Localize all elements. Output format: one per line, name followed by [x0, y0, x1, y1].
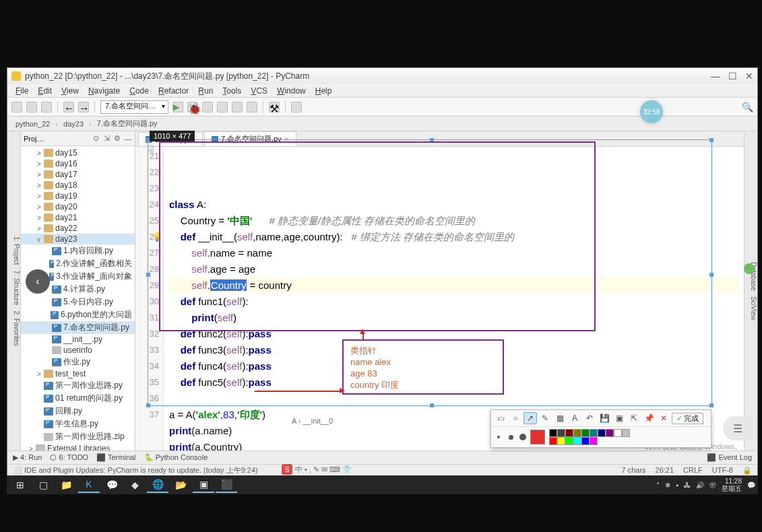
color-swatch[interactable] — [581, 429, 590, 437]
inspection-indicator[interactable] — [744, 263, 755, 274]
minimize-button[interactable]: — — [711, 71, 720, 81]
breadcrumb-item[interactable]: python_22 — [13, 120, 53, 128]
editor-tab[interactable]: 7.命名空间问题.py × — [204, 131, 296, 146]
menu-navigate[interactable]: Navigate — [84, 86, 124, 96]
kugou-icon[interactable]: K — [78, 477, 100, 493]
tree-item[interactable]: vday23 — [21, 234, 135, 244]
coverage-button[interactable] — [202, 102, 213, 112]
intention-bulb-icon[interactable]: 💡 — [152, 229, 162, 245]
brush-large[interactable] — [518, 432, 528, 442]
tray-network-icon[interactable]: 🖧 — [684, 481, 691, 489]
chat-icon[interactable]: 💬 — [101, 477, 123, 493]
color-swatch[interactable] — [590, 437, 598, 445]
tree-item[interactable]: 01 return的问题.py — [21, 392, 135, 405]
status-crlf[interactable]: CRLF — [683, 466, 703, 475]
color-swatch[interactable] — [549, 437, 557, 445]
folder-icon[interactable]: 📂 — [170, 477, 191, 493]
settings-button[interactable]: ⚒ — [269, 102, 280, 112]
run-button[interactable]: ▶ — [172, 102, 183, 112]
bottom-tab[interactable]: ▶ 4: Run — [13, 453, 42, 462]
tree-item[interactable]: >day21 — [21, 212, 135, 223]
menu-edit[interactable]: Edit — [34, 86, 56, 96]
color-swatch[interactable] — [622, 429, 630, 437]
tree-item[interactable]: >day15 — [21, 147, 135, 158]
color-swatch[interactable] — [549, 429, 557, 437]
snip-cancel-icon[interactable]: ✕ — [657, 412, 670, 424]
code-breadcrumb[interactable]: A › __init__0 — [292, 417, 333, 425]
structure-button[interactable] — [291, 102, 302, 112]
tree-item[interactable]: >day16 — [21, 158, 135, 169]
tree-item[interactable]: userinfo — [21, 345, 135, 356]
snip-done-button[interactable]: ✓完成 — [672, 413, 703, 424]
tree-item[interactable]: 5.今日内容.py — [21, 296, 135, 308]
video-prev-button[interactable]: ‹ — [26, 269, 50, 294]
menu-code[interactable]: Code — [125, 86, 153, 96]
video-menu-button[interactable]: ☰ — [723, 416, 753, 440]
snip-mosaic-icon[interactable]: ▦ — [553, 412, 567, 424]
snip-text-icon[interactable]: A — [568, 412, 581, 424]
menu-tools[interactable]: Tools — [218, 86, 245, 96]
color-swatch[interactable] — [557, 437, 565, 445]
tree-item[interactable]: >day18 — [21, 180, 135, 191]
menu-refactor[interactable]: Refactor — [154, 86, 193, 96]
snip-arrow-icon[interactable]: ↗ — [523, 412, 537, 424]
snip-pin-icon[interactable]: 📌 — [642, 412, 656, 424]
menu-window[interactable]: Window — [273, 86, 310, 96]
snip-share-icon[interactable]: ▣ — [612, 412, 626, 424]
refresh-button[interactable] — [41, 102, 52, 112]
app-icon-1[interactable]: ◆ — [124, 477, 146, 493]
tray-icon-2[interactable]: ▪ — [676, 481, 678, 489]
menu-vcs[interactable]: VCS — [247, 86, 272, 96]
status-encoding[interactable]: UTF-8 — [712, 466, 733, 475]
tree-item[interactable]: 第一周作业思路.zip — [21, 430, 135, 443]
breadcrumb-item[interactable]: 7.命名空间问题.py — [94, 119, 160, 129]
bottom-tab[interactable]: ⬛ Terminal — [96, 453, 135, 462]
chrome-icon[interactable]: 🌐 — [147, 477, 168, 493]
taskview-button[interactable]: ▢ — [32, 477, 54, 493]
tree-item[interactable]: 2.作业讲解_函数相关 — [21, 257, 135, 270]
color-swatch[interactable] — [598, 429, 606, 437]
tree-item[interactable]: >day20 — [21, 201, 135, 212]
snip-save-icon[interactable]: 💾 — [598, 412, 611, 424]
maximize-button[interactable]: ☐ — [728, 71, 737, 81]
menu-run[interactable]: Run — [194, 86, 217, 96]
tree-item[interactable]: >day19 — [21, 191, 135, 201]
color-swatch[interactable] — [573, 437, 581, 445]
pycharm-taskbar-icon[interactable]: ▣ — [193, 477, 214, 493]
tree-item[interactable]: >test_test — [21, 368, 135, 379]
forward-button[interactable]: → — [78, 102, 89, 112]
color-swatch[interactable] — [565, 437, 573, 445]
tree-item[interactable]: >External Libraries — [21, 443, 135, 451]
color-swatch[interactable] — [581, 437, 590, 445]
run-config-select[interactable]: 7.命名空间问… — [100, 100, 168, 114]
bottom-tab[interactable]: ⬡ 6: TODO — [50, 453, 88, 462]
tree-item[interactable]: 作业.py — [21, 356, 135, 368]
color-swatch[interactable] — [565, 429, 573, 437]
profile-button[interactable] — [217, 102, 228, 112]
color-swatch[interactable] — [614, 429, 622, 437]
snip-brush-icon[interactable]: ✎ — [538, 412, 552, 424]
bottom-tab[interactable]: 🐍 Python Console — [144, 453, 208, 462]
breadcrumb-item[interactable]: day23 — [61, 120, 86, 128]
color-swatch[interactable] — [573, 429, 581, 437]
menu-file[interactable]: File — [11, 86, 32, 96]
proj-settings-icon[interactable]: ⚙ — [113, 135, 121, 143]
search-icon[interactable]: 🔍 — [742, 102, 753, 112]
left-gutter-tabs[interactable]: 1: Project 7: Structure 2: Favorites — [7, 131, 21, 451]
tree-item[interactable]: >day17 — [21, 169, 135, 180]
tree-item[interactable]: 6.python里的大问题 — [21, 308, 135, 321]
taskbar-clock[interactable]: 11:28 星期五 — [722, 477, 742, 492]
menu-help[interactable]: Help — [311, 86, 336, 96]
color-swatch[interactable] — [557, 429, 565, 437]
tree-item[interactable]: 学生信息.py — [21, 418, 135, 430]
snip-undo-icon[interactable]: ↶ — [583, 412, 596, 424]
tree-item[interactable]: __init__.py — [21, 334, 135, 345]
menu-view[interactable]: View — [57, 86, 83, 96]
event-log-tab[interactable]: ⬛ Event Log — [707, 453, 752, 462]
attach-button[interactable] — [247, 102, 257, 112]
close-button[interactable]: ✕ — [745, 71, 753, 81]
terminal-icon[interactable]: ⬛ — [216, 477, 237, 493]
brush-small[interactable] — [494, 432, 503, 442]
brush-med[interactable] — [506, 432, 515, 442]
back-button[interactable]: ← — [63, 102, 74, 112]
